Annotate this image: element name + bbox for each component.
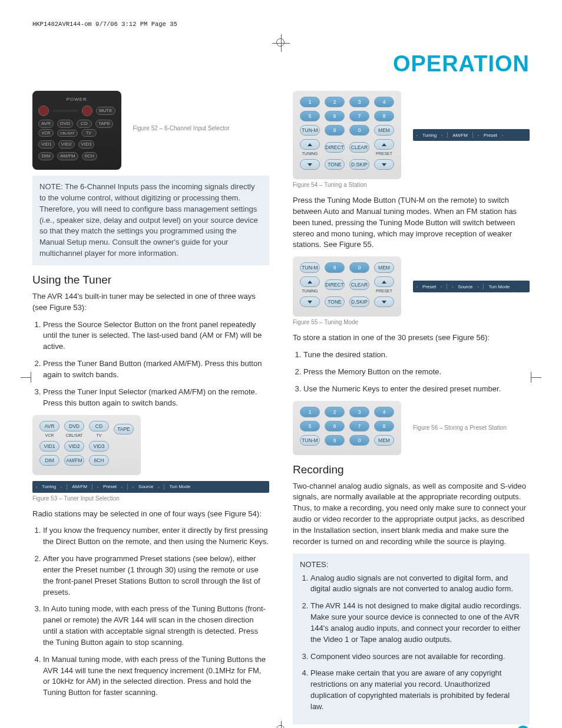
radio-steps: If you know the frequency number, enter …	[32, 525, 269, 699]
tuning-mode-para: Press the Tuning Mode Button (TUN-M on t…	[293, 195, 530, 251]
fig53-remote: AVRVCR DVDCBL/SAT CDTV TAPE VID1 VID2 VI…	[32, 415, 141, 475]
power-light-icon	[52, 110, 78, 112]
store-steps: Tune the desired station. Press the Memo…	[293, 350, 530, 395]
power-on-icon	[38, 106, 49, 116]
tuning-up-icon	[300, 276, 320, 287]
registration-mark-top	[272, 34, 290, 52]
fig55-remote: TUN-M 9 0 MEM TUNING DIRECT CLEAR PRESET…	[293, 256, 401, 317]
fig55-display: ‹Preset› ‹Source› Tun Mode	[413, 281, 530, 292]
fig53-caption: Figure 53 – Tuner Input Selection	[32, 495, 269, 502]
fig55-caption: Figure 55 – Tuning Mode	[293, 319, 530, 325]
recording-notes: NOTES: Analog audio signals are not conv…	[293, 554, 530, 724]
preset-up-icon	[374, 139, 394, 150]
heading-recording: Recording	[293, 463, 530, 476]
power-off-icon	[82, 106, 92, 116]
tuning-down-icon	[300, 159, 320, 170]
preset-down-icon	[374, 297, 394, 307]
fig56-remote: 1 2 3 4 5 6 7 8 TUN-M 9 0	[293, 401, 401, 455]
trim-mark-right	[531, 377, 541, 378]
tuner-select-steps: Press the Source Selector Button on the …	[32, 319, 269, 409]
print-slug: HKP1482AVR144-om 9/7/06 3:12 PM Page 35	[32, 21, 530, 28]
fig52-remote: POWER MUTE AVR DVD CD TAPE VCR	[32, 91, 121, 170]
note-6ch: NOTE: The 6-Channel Inputs pass the inco…	[32, 176, 269, 265]
recording-para: Two-channel analog audio signals, as wel…	[293, 481, 530, 548]
radio-intro: Radio stations may be selected in one of…	[32, 509, 269, 520]
fig52-caption: Figure 52 – 6-Channel Input Selector	[133, 125, 230, 131]
fig54-remote: 1 2 3 4 5 6 7 8 TUN-M 9 0	[293, 91, 401, 179]
fig54-display: ‹Tuning› AM/FM ‹Preset›	[413, 129, 530, 141]
trim-mark-left	[21, 377, 31, 378]
fig56-caption: Figure 56 – Storing a Preset Station	[413, 424, 507, 431]
section-heading: OPERATION	[32, 51, 530, 77]
tuning-up-icon	[300, 139, 320, 150]
registration-mark-bottom	[272, 721, 290, 728]
tuning-down-icon	[300, 297, 320, 307]
tuner-intro: The AVR 144's built-in tuner may be sele…	[32, 291, 269, 314]
preset-up-icon	[374, 276, 394, 287]
store-intro: To store a station in one of the 30 pres…	[293, 332, 530, 344]
mute-button: MUTE	[96, 107, 115, 115]
heading-using-tuner: Using the Tuner	[32, 274, 269, 286]
fig54-caption: Figure 54 – Tuning a Station	[293, 182, 530, 188]
preset-down-icon	[374, 159, 394, 170]
fig53-display: ‹Tuning› AM/FM ‹Preset› ‹Source› Tun Mod…	[32, 481, 269, 493]
